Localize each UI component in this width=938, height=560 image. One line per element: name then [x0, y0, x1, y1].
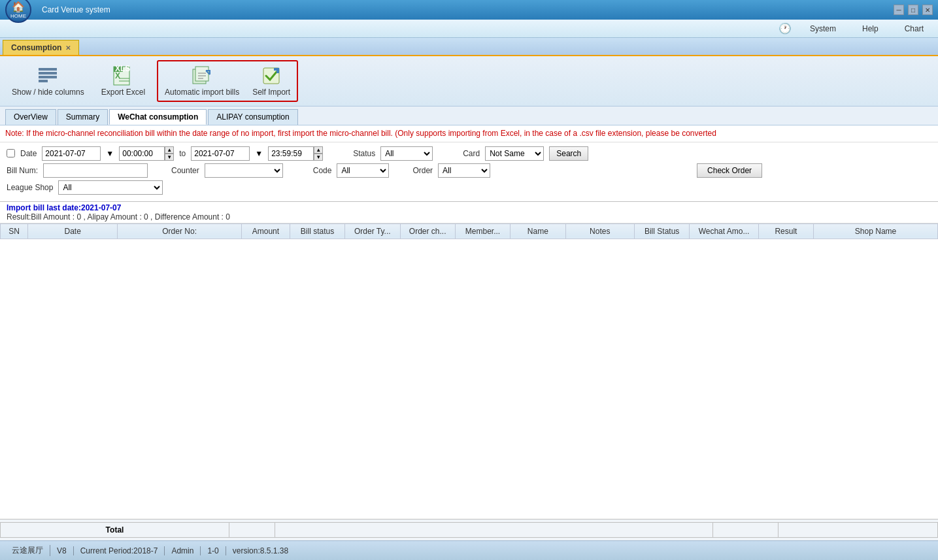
- time-from-input[interactable]: [119, 146, 165, 161]
- clock-icon: 🕐: [779, 22, 792, 35]
- self-import-label: Self Import: [252, 88, 290, 97]
- time-to-input[interactable]: [268, 146, 314, 161]
- home-label: HOME: [10, 13, 26, 19]
- total-row-table: Total: [0, 522, 938, 538]
- date-checkbox[interactable]: [7, 149, 15, 157]
- export-excel-button[interactable]: XLS X Export Excel: [96, 63, 150, 99]
- tab-summary[interactable]: Summary: [58, 109, 108, 125]
- toolbar: Show / hide columns XLS X Export Excel: [0, 56, 938, 107]
- restore-button[interactable]: □: [908, 5, 918, 15]
- time-to-container: ▲ ▼: [268, 146, 323, 161]
- self-import-icon: [261, 65, 282, 86]
- col-bill-status2: Bill Status: [634, 223, 689, 239]
- code-label: Code: [313, 166, 332, 175]
- status-admin: Admin: [165, 546, 201, 555]
- bill-num-input[interactable]: [43, 163, 148, 178]
- alert-bar: Note: If the micro-channel reconciliatio…: [0, 125, 938, 142]
- col-wechat-amo: Wechat Amo...: [690, 223, 758, 239]
- time-from-spinbtns: ▲ ▼: [165, 146, 174, 161]
- import-date-label: Import bill last date:2021-07-07: [7, 203, 931, 212]
- tab-label: Consumption: [11, 43, 61, 52]
- time-to-up[interactable]: ▲: [314, 146, 323, 154]
- info-bar: Import bill last date:2021-07-07 Result:…: [0, 202, 938, 223]
- time-from-container: ▲ ▼: [119, 146, 174, 161]
- total-amount: [229, 523, 275, 538]
- time-to-down[interactable]: ▼: [314, 154, 323, 161]
- time-from-up[interactable]: ▲: [165, 146, 174, 154]
- show-hide-columns-label: Show / hide columns: [12, 88, 84, 97]
- consumption-tab[interactable]: Consumption ✕: [3, 40, 79, 55]
- status-pages: 1-0: [201, 546, 226, 555]
- filter-area: Date ▼ ▲ ▼ to ▼ ▲ ▼ Status: [0, 142, 938, 202]
- menu-help[interactable]: Help: [854, 22, 886, 36]
- col-bill-status: Bill status: [290, 223, 344, 239]
- total-rest: [779, 523, 938, 538]
- home-button[interactable]: 🏠 HOME: [5, 0, 31, 23]
- title-bar: 🏠 HOME Card Venue system ─ □ ✕: [0, 0, 938, 20]
- main-content: Show / hide columns XLS X Export Excel: [0, 56, 938, 540]
- result-label: Result:Bill Amount : 0 , Alipay Amount :…: [7, 212, 931, 222]
- app-title: Card Venue system: [42, 5, 110, 14]
- show-hide-columns-button[interactable]: Show / hide columns: [7, 63, 90, 99]
- status-label: Status: [353, 149, 375, 158]
- tab-wechat-consumption[interactable]: WeChat consumption: [109, 109, 207, 125]
- league-shop-select[interactable]: All: [58, 180, 163, 195]
- col-name: Name: [511, 223, 565, 239]
- col-member: Member...: [455, 223, 510, 239]
- time-to-spinbtns: ▲ ▼: [314, 146, 323, 161]
- svg-rect-3: [39, 80, 48, 82]
- date-from-input[interactable]: [42, 146, 101, 161]
- search-button[interactable]: Search: [549, 146, 588, 161]
- date-to-input[interactable]: [191, 146, 250, 161]
- tab-alipay-consumption[interactable]: ALIPAY consumption: [208, 109, 297, 125]
- menu-bar: 🕐 System Help Chart: [0, 20, 938, 38]
- date-label: Date: [20, 149, 37, 158]
- card-select[interactable]: All Not Same Same: [485, 146, 544, 161]
- code-select[interactable]: All: [337, 163, 389, 178]
- total-row-container: Total: [0, 519, 938, 540]
- automatic-import-bills-button[interactable]: Automatic import bills: [159, 63, 244, 99]
- order-label: Order: [412, 166, 433, 175]
- check-order-button[interactable]: Check Order: [697, 163, 762, 178]
- title-bar-left: 🏠 HOME Card Venue system: [5, 0, 110, 23]
- total-row: Total: [1, 523, 938, 538]
- status-version: V8: [50, 546, 74, 555]
- menu-chart[interactable]: Chart: [897, 22, 931, 36]
- col-amount: Amount: [242, 223, 290, 239]
- highlighted-toolbar-group: Automatic import bills Self Import: [157, 60, 298, 102]
- automatic-import-bills-icon: [192, 65, 212, 86]
- to-label: to: [179, 149, 186, 158]
- col-date: Date: [28, 223, 118, 239]
- status-bar: 云途展厅 V8 Current Period:2018-7 Admin 1-0 …: [0, 540, 938, 560]
- time-from-down[interactable]: ▼: [165, 154, 174, 161]
- tab-overview[interactable]: OverView: [5, 109, 56, 125]
- col-order-no: Order No:: [118, 223, 242, 239]
- data-grid-container: SN Date Order No: Amount Bill status Ord…: [0, 223, 938, 519]
- tab-close-icon[interactable]: ✕: [65, 44, 71, 52]
- col-result: Result: [758, 223, 813, 239]
- data-grid: SN Date Order No: Amount Bill status Ord…: [0, 223, 938, 239]
- col-order-ty: Order Ty...: [345, 223, 400, 239]
- show-hide-columns-icon: [37, 65, 58, 86]
- menu-system[interactable]: System: [802, 22, 844, 36]
- self-import-button[interactable]: Self Import: [247, 63, 295, 99]
- card-label: Card: [463, 149, 480, 158]
- counter-select[interactable]: [205, 163, 283, 178]
- svg-rect-0: [39, 68, 57, 71]
- export-excel-label: Export Excel: [101, 88, 145, 97]
- minimize-button[interactable]: ─: [894, 5, 904, 15]
- total-label: Total: [1, 523, 229, 538]
- svg-rect-11: [195, 67, 209, 81]
- inner-tab-bar: OverView Summary WeChat consumption ALIP…: [0, 107, 938, 125]
- col-shop-name: Shop Name: [814, 223, 938, 239]
- alert-text: Note: If the micro-channel reconciliatio…: [5, 129, 716, 138]
- table-header-row: SN Date Order No: Amount Bill status Ord…: [1, 223, 938, 239]
- order-select[interactable]: All: [438, 163, 490, 178]
- export-excel-icon: XLS X: [112, 65, 133, 86]
- close-button[interactable]: ✕: [922, 5, 933, 15]
- status-app-version: version:8.5.1.38: [226, 546, 295, 555]
- status-select[interactable]: All Matched Unmatched: [380, 146, 433, 161]
- filter-row-2: Bill Num: Counter Code All Order All Che…: [7, 163, 931, 178]
- filter-row-1: Date ▼ ▲ ▼ to ▼ ▲ ▼ Status: [7, 146, 931, 161]
- counter-label: Counter: [171, 166, 199, 175]
